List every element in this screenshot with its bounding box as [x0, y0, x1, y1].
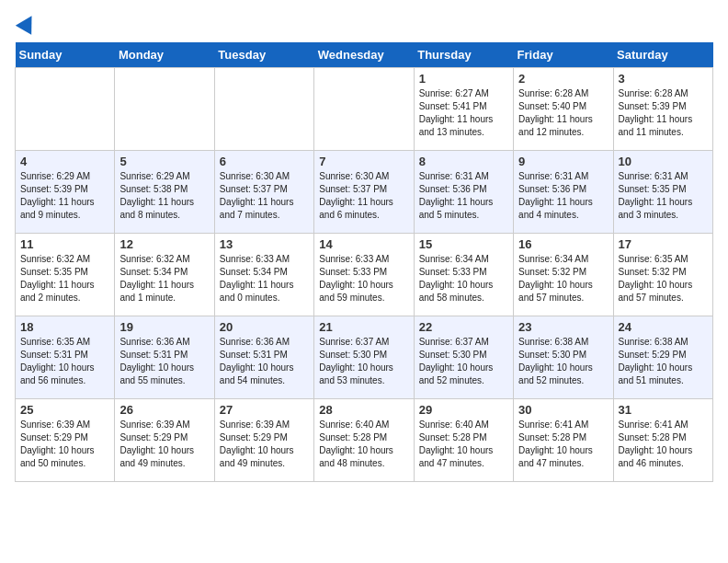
day-info: Sunrise: 6:41 AM Sunset: 5:28 PM Dayligh… — [518, 419, 608, 470]
day-info: Sunrise: 6:30 AM Sunset: 5:37 PM Dayligh… — [220, 170, 309, 222]
calendar-cell — [115, 68, 214, 151]
calendar-cell — [314, 68, 414, 151]
calendar-cell: 12Sunrise: 6:32 AM Sunset: 5:34 PM Dayli… — [115, 234, 214, 316]
calendar-cell: 31Sunrise: 6:41 AM Sunset: 5:28 PM Dayli… — [613, 399, 712, 482]
day-number: 23 — [518, 320, 608, 334]
day-number: 7 — [319, 155, 408, 168]
calendar-week-row: 11Sunrise: 6:32 AM Sunset: 5:35 PM Dayli… — [16, 234, 713, 316]
day-number: 21 — [319, 320, 408, 334]
day-info: Sunrise: 6:34 AM Sunset: 5:33 PM Dayligh… — [419, 253, 508, 304]
day-number: 8 — [419, 155, 508, 168]
calendar-cell: 14Sunrise: 6:33 AM Sunset: 5:33 PM Dayli… — [314, 234, 414, 316]
calendar-week-row: 1Sunrise: 6:27 AM Sunset: 5:41 PM Daylig… — [16, 68, 713, 151]
calendar-cell: 22Sunrise: 6:37 AM Sunset: 5:30 PM Dayli… — [414, 316, 513, 399]
calendar-cell: 10Sunrise: 6:31 AM Sunset: 5:35 PM Dayli… — [613, 151, 712, 234]
day-number: 24 — [619, 320, 708, 334]
day-number: 12 — [119, 237, 209, 251]
logo-triangle-icon — [16, 11, 40, 35]
calendar-cell: 3Sunrise: 6:28 AM Sunset: 5:39 PM Daylig… — [613, 68, 712, 151]
day-number: 4 — [20, 155, 109, 168]
calendar-cell: 23Sunrise: 6:38 AM Sunset: 5:30 PM Dayli… — [514, 316, 613, 399]
day-info: Sunrise: 6:32 AM Sunset: 5:34 PM Dayligh… — [119, 253, 209, 304]
calendar-cell: 17Sunrise: 6:35 AM Sunset: 5:32 PM Dayli… — [613, 234, 712, 316]
day-number: 9 — [518, 155, 608, 168]
day-number: 16 — [518, 237, 608, 251]
day-number: 17 — [619, 237, 708, 251]
calendar-cell: 21Sunrise: 6:37 AM Sunset: 5:30 PM Dayli… — [314, 316, 414, 399]
calendar-cell: 6Sunrise: 6:30 AM Sunset: 5:37 PM Daylig… — [214, 151, 313, 234]
day-number: 10 — [619, 155, 708, 168]
calendar-table: SundayMondayTuesdayWednesdayThursdayFrid… — [15, 42, 713, 482]
day-info: Sunrise: 6:38 AM Sunset: 5:29 PM Dayligh… — [619, 336, 708, 387]
day-info: Sunrise: 6:39 AM Sunset: 5:29 PM Dayligh… — [119, 419, 209, 470]
day-info: Sunrise: 6:31 AM Sunset: 5:36 PM Dayligh… — [419, 170, 508, 222]
calendar-week-row: 25Sunrise: 6:39 AM Sunset: 5:29 PM Dayli… — [16, 399, 713, 482]
day-info: Sunrise: 6:40 AM Sunset: 5:28 PM Dayligh… — [419, 419, 508, 470]
day-number: 6 — [220, 155, 309, 168]
header-sunday: Sunday — [16, 42, 115, 68]
calendar-week-row: 18Sunrise: 6:35 AM Sunset: 5:31 PM Dayli… — [16, 316, 713, 399]
calendar-cell: 11Sunrise: 6:32 AM Sunset: 5:35 PM Dayli… — [16, 234, 115, 316]
day-info: Sunrise: 6:36 AM Sunset: 5:31 PM Dayligh… — [119, 336, 209, 387]
header-wednesday: Wednesday — [314, 42, 414, 68]
calendar-week-row: 4Sunrise: 6:29 AM Sunset: 5:39 PM Daylig… — [16, 151, 713, 234]
calendar-cell: 30Sunrise: 6:41 AM Sunset: 5:28 PM Dayli… — [514, 399, 613, 482]
day-info: Sunrise: 6:33 AM Sunset: 5:33 PM Dayligh… — [319, 253, 408, 304]
day-number: 3 — [619, 72, 708, 86]
calendar-header-row: SundayMondayTuesdayWednesdayThursdayFrid… — [16, 42, 713, 68]
page-header — [15, 15, 713, 33]
day-info: Sunrise: 6:29 AM Sunset: 5:39 PM Dayligh… — [20, 170, 109, 222]
day-info: Sunrise: 6:31 AM Sunset: 5:35 PM Dayligh… — [619, 170, 708, 222]
header-saturday: Saturday — [613, 42, 712, 68]
calendar-cell: 16Sunrise: 6:34 AM Sunset: 5:32 PM Dayli… — [514, 234, 613, 316]
calendar-cell: 5Sunrise: 6:29 AM Sunset: 5:38 PM Daylig… — [115, 151, 214, 234]
header-tuesday: Tuesday — [214, 42, 313, 68]
day-number: 22 — [419, 320, 508, 334]
calendar-cell: 13Sunrise: 6:33 AM Sunset: 5:34 PM Dayli… — [214, 234, 313, 316]
calendar-cell: 8Sunrise: 6:31 AM Sunset: 5:36 PM Daylig… — [414, 151, 513, 234]
day-info: Sunrise: 6:40 AM Sunset: 5:28 PM Dayligh… — [319, 419, 408, 470]
calendar-cell: 27Sunrise: 6:39 AM Sunset: 5:29 PM Dayli… — [214, 399, 313, 482]
day-info: Sunrise: 6:35 AM Sunset: 5:32 PM Dayligh… — [619, 253, 708, 304]
day-info: Sunrise: 6:31 AM Sunset: 5:36 PM Dayligh… — [518, 170, 608, 222]
calendar-cell: 1Sunrise: 6:27 AM Sunset: 5:41 PM Daylig… — [414, 68, 513, 151]
calendar-cell: 19Sunrise: 6:36 AM Sunset: 5:31 PM Dayli… — [115, 316, 214, 399]
calendar-cell: 28Sunrise: 6:40 AM Sunset: 5:28 PM Dayli… — [314, 399, 414, 482]
day-number: 13 — [220, 237, 309, 251]
day-number: 18 — [20, 320, 109, 334]
day-number: 5 — [119, 155, 209, 168]
day-info: Sunrise: 6:36 AM Sunset: 5:31 PM Dayligh… — [220, 336, 309, 387]
calendar-cell: 15Sunrise: 6:34 AM Sunset: 5:33 PM Dayli… — [414, 234, 513, 316]
day-number: 29 — [419, 403, 508, 417]
day-info: Sunrise: 6:30 AM Sunset: 5:37 PM Dayligh… — [319, 170, 408, 222]
day-info: Sunrise: 6:41 AM Sunset: 5:28 PM Dayligh… — [619, 419, 708, 470]
day-number: 11 — [20, 237, 109, 251]
calendar-cell: 9Sunrise: 6:31 AM Sunset: 5:36 PM Daylig… — [514, 151, 613, 234]
calendar-cell: 26Sunrise: 6:39 AM Sunset: 5:29 PM Dayli… — [115, 399, 214, 482]
day-info: Sunrise: 6:34 AM Sunset: 5:32 PM Dayligh… — [518, 253, 608, 304]
day-info: Sunrise: 6:35 AM Sunset: 5:31 PM Dayligh… — [20, 336, 109, 387]
day-number: 26 — [119, 403, 209, 417]
day-number: 31 — [619, 403, 708, 417]
calendar-cell: 18Sunrise: 6:35 AM Sunset: 5:31 PM Dayli… — [16, 316, 115, 399]
day-number: 20 — [220, 320, 309, 334]
day-number: 1 — [419, 72, 508, 86]
calendar-cell — [16, 68, 115, 151]
day-number: 14 — [319, 237, 408, 251]
day-number: 30 — [518, 403, 608, 417]
day-number: 28 — [319, 403, 408, 417]
day-number: 25 — [20, 403, 109, 417]
calendar-cell: 25Sunrise: 6:39 AM Sunset: 5:29 PM Dayli… — [16, 399, 115, 482]
day-info: Sunrise: 6:39 AM Sunset: 5:29 PM Dayligh… — [220, 419, 309, 470]
day-info: Sunrise: 6:28 AM Sunset: 5:40 PM Dayligh… — [518, 87, 608, 139]
calendar-cell: 29Sunrise: 6:40 AM Sunset: 5:28 PM Dayli… — [414, 399, 513, 482]
calendar-cell: 7Sunrise: 6:30 AM Sunset: 5:37 PM Daylig… — [314, 151, 414, 234]
header-friday: Friday — [514, 42, 613, 68]
calendar-cell: 2Sunrise: 6:28 AM Sunset: 5:40 PM Daylig… — [514, 68, 613, 151]
calendar-cell: 24Sunrise: 6:38 AM Sunset: 5:29 PM Dayli… — [613, 316, 712, 399]
day-number: 27 — [220, 403, 309, 417]
header-thursday: Thursday — [414, 42, 513, 68]
day-info: Sunrise: 6:39 AM Sunset: 5:29 PM Dayligh… — [20, 419, 109, 470]
day-number: 2 — [518, 72, 608, 86]
header-monday: Monday — [115, 42, 214, 68]
